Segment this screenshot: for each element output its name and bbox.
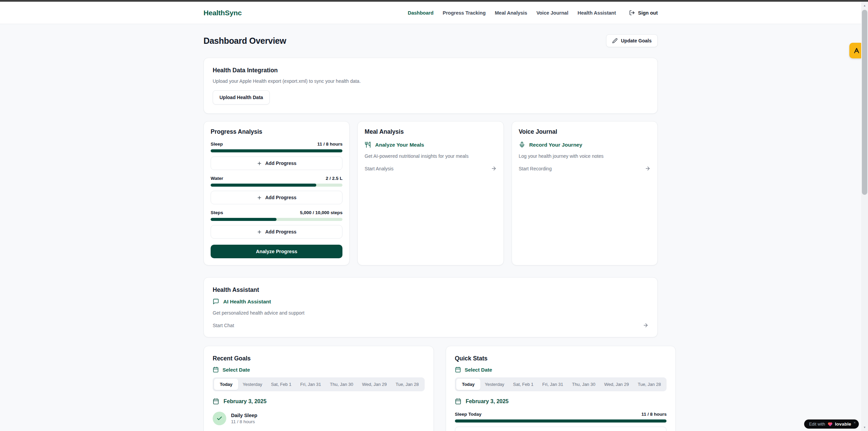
pencil-icon <box>612 38 618 43</box>
tab-tue-jan-28[interactable]: Tue, Jan 28 <box>633 379 665 390</box>
water-progress-fill <box>211 184 316 187</box>
tab-sat-feb-1[interactable]: Sat, Feb 1 <box>267 379 296 390</box>
nav-meal-analysis[interactable]: Meal Analysis <box>495 10 527 16</box>
nav-progress-tracking[interactable]: Progress Tracking <box>443 10 486 16</box>
update-goals-label: Update Goals <box>621 38 652 43</box>
start-chat-action[interactable]: Start Chat <box>213 322 649 328</box>
upload-health-data-button[interactable]: Upload Health Data <box>213 90 270 105</box>
steps-progress-bar <box>211 218 342 221</box>
add-water-progress-button[interactable]: Add Progress <box>211 191 342 204</box>
meal-analysis-title: Meal Analysis <box>365 128 496 135</box>
add-progress-label: Add Progress <box>265 195 297 200</box>
recent-goals-title: Recent Goals <box>213 355 425 362</box>
sign-out-label: Sign out <box>638 10 658 16</box>
calendar-icon <box>455 398 461 405</box>
health-data-integration-card: Health Data Integration Upload your Appl… <box>203 58 658 114</box>
app-viewport: HealthSync Dashboard Progress Tracking M… <box>0 2 861 431</box>
add-progress-label: Add Progress <box>265 161 297 166</box>
start-analysis-action[interactable]: Start Analysis <box>365 166 496 171</box>
scrollbar-thumb[interactable] <box>862 10 867 195</box>
quick-stats-card: Quick Stats Select Date Today Yesterday … <box>446 346 676 431</box>
goal-name: Daily Sleep <box>231 413 257 418</box>
quick-stats-add-progress-button[interactable]: Add Progress <box>455 427 667 431</box>
tab-fri-jan-31[interactable]: Fri, Jan 31 <box>538 379 567 390</box>
page-title: Dashboard Overview <box>203 36 286 46</box>
tab-yesterday[interactable]: Yesterday <box>480 379 509 390</box>
scrollbar-up-arrow[interactable]: ▲ <box>861 2 868 8</box>
tab-thu-jan-30[interactable]: Thu, Jan 30 <box>325 379 358 390</box>
tab-yesterday[interactable]: Yesterday <box>238 379 266 390</box>
start-recording-label: Start Recording <box>519 166 552 171</box>
steps-label: Steps <box>211 210 223 215</box>
tab-wed-jan-29[interactable]: Wed, Jan 29 <box>358 379 391 390</box>
recent-goals-current-date: February 3, 2025 <box>213 398 425 405</box>
analyze-your-meals-link[interactable]: Analyze Your Meals <box>365 142 496 148</box>
quick-stats-select-date[interactable]: Select Date <box>455 367 667 373</box>
select-date-label: Select Date <box>465 367 492 373</box>
tab-wed-jan-29[interactable]: Wed, Jan 29 <box>600 379 633 390</box>
scrollbar-down-arrow[interactable]: ▼ <box>861 424 868 430</box>
app-header: HealthSync Dashboard Progress Tracking M… <box>0 2 861 24</box>
record-your-journey-label: Record Your Journey <box>529 142 582 148</box>
sleep-today-progress-bar <box>455 419 667 423</box>
start-chat-label: Start Chat <box>213 323 234 328</box>
analyze-your-meals-label: Analyze Your Meals <box>375 142 424 148</box>
tab-sat-feb-1[interactable]: Sat, Feb 1 <box>509 379 538 390</box>
arrow-right-icon <box>491 166 497 171</box>
calendar-icon <box>213 398 219 405</box>
voice-journal-card: Voice Journal Record Your Journey Log yo… <box>512 121 658 265</box>
sleep-today-value: 11 / 8 hours <box>641 412 667 417</box>
nav-voice-journal[interactable]: Voice Journal <box>536 10 568 16</box>
tab-thu-jan-30[interactable]: Thu, Jan 30 <box>568 379 600 390</box>
add-steps-progress-button[interactable]: Add Progress <box>211 225 342 239</box>
record-your-journey-link[interactable]: Record Your Journey <box>519 142 651 148</box>
lovable-brand-label: lovable <box>835 421 851 427</box>
meal-description: Get AI-powered nutritional insights for … <box>365 153 496 159</box>
steps-value: 5,000 / 10,000 steps <box>300 210 342 215</box>
add-progress-label: Add Progress <box>265 229 297 235</box>
lovable-badge-close-icon[interactable]: × <box>854 420 856 425</box>
start-recording-action[interactable]: Start Recording <box>519 166 651 171</box>
nav-dashboard[interactable]: Dashboard <box>408 10 433 16</box>
tab-fri-jan-31[interactable]: Fri, Jan 31 <box>296 379 325 390</box>
progress-analysis-card: Progress Analysis Sleep 11 / 8 hours Add… <box>203 121 350 265</box>
progress-analysis-title: Progress Analysis <box>211 128 342 135</box>
current-date-label: February 3, 2025 <box>224 398 266 405</box>
calendar-icon <box>455 367 461 373</box>
ai-health-assistant-link[interactable]: AI Health Assistant <box>213 298 649 305</box>
chat-bubble-icon <box>213 298 219 305</box>
tab-today[interactable]: Today <box>456 379 480 390</box>
arrow-right-icon <box>645 166 651 171</box>
sleep-value: 11 / 8 hours <box>317 142 342 147</box>
dashboard-page: Dashboard Overview Update Goals Health D… <box>203 24 658 431</box>
sleep-label: Sleep <box>211 142 223 147</box>
sign-out-button[interactable]: Sign out <box>629 10 658 16</box>
health-assistant-card: Health Assistant AI Health Assistant Get… <box>203 277 658 337</box>
sleep-today-progress-fill <box>455 419 667 423</box>
add-sleep-progress-button[interactable]: Add Progress <box>211 156 342 170</box>
app-logo[interactable]: HealthSync <box>203 9 242 17</box>
select-date-label: Select Date <box>223 367 250 373</box>
recent-goals-select-date[interactable]: Select Date <box>213 367 425 373</box>
voice-journal-title: Voice Journal <box>519 128 651 135</box>
sleep-metric-row: Sleep 11 / 8 hours <box>211 142 342 147</box>
tab-tue-jan-28[interactable]: Tue, Jan 28 <box>391 379 423 390</box>
main-nav: Dashboard Progress Tracking Meal Analysi… <box>408 10 658 16</box>
assistant-description: Get personalized health advice and suppo… <box>213 310 649 316</box>
sleep-today-metric-row: Sleep Today 11 / 8 hours <box>455 412 667 417</box>
edit-with-label: Edit with <box>809 422 825 427</box>
edit-with-lovable-badge[interactable]: Edit with lovable × <box>804 419 859 429</box>
analyze-progress-button[interactable]: Analyze Progress <box>211 245 342 258</box>
ai-health-assistant-label: AI Health Assistant <box>223 299 271 305</box>
recent-goals-date-tabs: Today Yesterday Sat, Feb 1 Fri, Jan 31 T… <box>213 377 425 391</box>
update-goals-button[interactable]: Update Goals <box>606 34 658 47</box>
tab-today[interactable]: Today <box>214 379 238 390</box>
nav-health-assistant[interactable]: Health Assistant <box>578 10 616 16</box>
arrow-right-icon <box>643 322 649 328</box>
water-metric-row: Water 2 / 2.5 L <box>211 176 342 181</box>
sleep-progress-fill <box>211 149 342 152</box>
goal-complete-check-icon <box>213 412 226 425</box>
page-scrollbar[interactable]: ▲ ▼ <box>861 2 868 431</box>
quick-stats-current-date: February 3, 2025 <box>455 398 667 405</box>
goal-value: 11 / 8 hours <box>231 419 257 424</box>
